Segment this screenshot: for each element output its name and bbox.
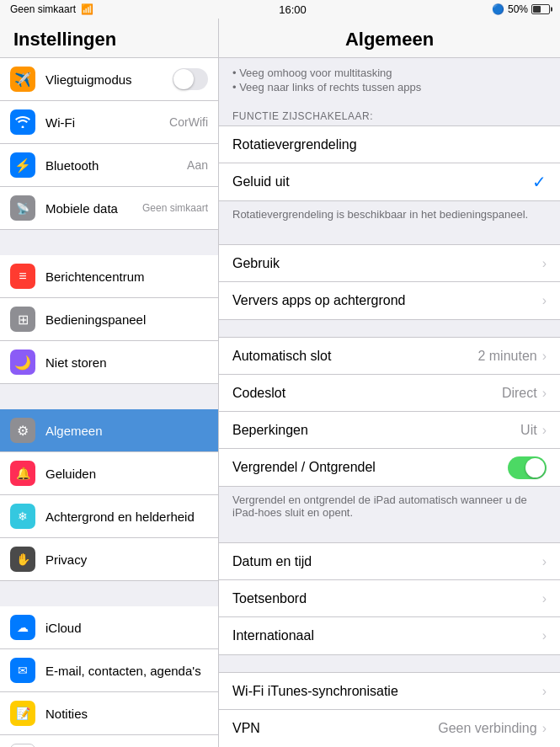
airplane-icon: ✈️ — [10, 67, 35, 92]
sidebar-item-label-icloud: iCloud — [45, 621, 208, 635]
settings-list-2: Automatisch slot 2 minuten › Codeslot Di… — [219, 337, 560, 487]
notes-icon: 📝 — [10, 701, 35, 726]
settings-list-3: Datum en tijd › Toetsenbord › Internatio… — [219, 542, 560, 655]
carrier-label: Geen simkaart — [10, 3, 76, 15]
sidebar-mobile-value: Geen simkaart — [142, 202, 208, 214]
list-row-codeslot[interactable]: Codeslot Direct › — [219, 375, 560, 412]
sidebar-item-label-notifications: Berichtencentrum — [45, 269, 208, 284]
mobile-icon: 📡 — [10, 195, 35, 221]
sidebar-wifi-value: CorWifi — [169, 115, 208, 129]
itunes-sync-label: Wi-Fi iTunes-synchronisatie — [232, 684, 542, 699]
sidebar: Instellingen ✈️ Vliegtuigmodus Wi-Fi Cor… — [0, 19, 219, 747]
sidebar-item-mail[interactable]: ✉ E-mail, contacten, agenda's — [0, 649, 218, 692]
section-gap-3 — [219, 526, 560, 542]
list-row-international[interactable]: Internationaal › — [219, 617, 560, 654]
general-icon: ⚙ — [10, 418, 35, 443]
sidebar-item-label-wifi: Wi-Fi — [45, 115, 169, 130]
sidebar-item-donotdisturb[interactable]: 🌙 Niet storen — [0, 341, 218, 384]
main-layout: Instellingen ✈️ Vliegtuigmodus Wi-Fi Cor… — [0, 19, 560, 747]
vergrendel-label: Vergrendel / Ontgrendel — [232, 460, 508, 475]
top-note: • Veeg omhoog voor multitasking • Veeg n… — [219, 58, 560, 104]
donotdisturb-icon: 🌙 — [10, 349, 35, 375]
battery-percent: 50% — [508, 3, 528, 15]
sidebar-item-controlcenter[interactable]: ⊞ Bedieningspaneel — [0, 298, 218, 341]
sidebar-item-label-sounds: Geluiden — [45, 467, 208, 481]
section-label-switch: FUNCTIE ZIJSCHAKELAAR: — [219, 104, 560, 125]
sidebar-title: Instellingen — [0, 19, 218, 58]
sidebar-item-bluetooth[interactable]: ⚡ Bluetooth Aan — [0, 144, 218, 187]
sidebar-item-icloud[interactable]: ☁ iCloud — [0, 606, 218, 649]
status-time: 16:00 — [279, 3, 307, 16]
settings-list-4: Wi-Fi iTunes-synchronisatie › VPN Geen v… — [219, 672, 560, 747]
list-row-mute[interactable]: Geluid uit ✓ — [219, 163, 560, 200]
list-row-ververs[interactable]: Ververs apps op achtergrond › — [219, 282, 560, 319]
sidebar-item-reminders[interactable]: ☰ Herinneringen — [0, 735, 218, 747]
gebruik-chevron: › — [542, 256, 547, 271]
sidebar-item-sounds[interactable]: 🔔 Geluiden — [0, 452, 218, 495]
list-row-itunes-sync[interactable]: Wi-Fi iTunes-synchronisatie › — [219, 673, 560, 710]
sidebar-item-label-controlcenter: Bedieningspaneel — [45, 312, 208, 327]
sidebar-item-general[interactable]: ⚙ Algemeen — [0, 409, 218, 452]
sidebar-item-mobile[interactable]: 📡 Mobiele data Geen simkaart — [0, 187, 218, 230]
sidebar-item-notifications[interactable]: ≡ Berichtencentrum — [0, 255, 218, 298]
section-gap-4 — [219, 655, 560, 672]
keyboard-chevron: › — [542, 591, 547, 606]
sidebar-item-label-privacy: Privacy — [45, 552, 208, 567]
vergrendel-toggle[interactable] — [508, 456, 547, 479]
notifications-icon: ≡ — [10, 264, 35, 289]
sidebar-item-label-bluetooth: Bluetooth — [45, 158, 187, 173]
sidebar-item-label-donotdisturb: Niet storen — [45, 355, 208, 370]
sidebar-item-label-wallpaper: Achtergrond en helderheid — [45, 510, 208, 524]
wifi-icon — [10, 109, 35, 135]
section-gap-1 — [219, 227, 560, 244]
ververs-label: Ververs apps op achtergrond — [232, 293, 542, 308]
list-row-rotation-lock[interactable]: Rotatievergrendeling — [219, 126, 560, 163]
rotation-note: Rotatievergrendeling is beschikbaar in h… — [219, 201, 560, 227]
list-row-keyboard[interactable]: Toetsenbord › — [219, 580, 560, 617]
list-row-gebruik[interactable]: Gebruik › — [219, 245, 560, 282]
list-row-beperkingen[interactable]: Beperkingen Uit › — [219, 412, 560, 449]
sidebar-section-apps: ☁ iCloud ✉ E-mail, contacten, agenda's 📝… — [0, 606, 218, 747]
list-row-autolock[interactable]: Automatisch slot 2 minuten › — [219, 338, 560, 375]
codeslot-chevron: › — [542, 386, 547, 401]
sidebar-divider-1 — [0, 230, 218, 255]
mute-check-icon: ✓ — [532, 172, 547, 192]
battery-icon — [531, 4, 550, 14]
bluetooth-icon: 🔵 — [492, 3, 504, 15]
sidebar-item-wallpaper[interactable]: ❄ Achtergrond en helderheid — [0, 495, 218, 538]
beperkingen-label: Beperkingen — [232, 423, 520, 438]
list-row-datetime[interactable]: Datum en tijd › — [219, 543, 560, 580]
codeslot-value: Direct — [502, 386, 537, 401]
sidebar-item-airplane[interactable]: ✈️ Vliegtuigmodus — [0, 58, 218, 101]
list-row-vergrendel[interactable]: Vergrendel / Ontgrendel — [219, 449, 560, 486]
sidebar-bluetooth-value: Aan — [187, 158, 208, 172]
beperkingen-chevron: › — [542, 423, 547, 438]
mute-label: Geluid uit — [232, 174, 532, 189]
sidebar-item-wifi[interactable]: Wi-Fi CorWifi — [0, 101, 218, 144]
itunes-sync-chevron: › — [542, 684, 547, 699]
international-label: Internationaal — [232, 628, 542, 643]
list-row-vpn[interactable]: VPN Geen verbinding › — [219, 710, 560, 747]
sidebar-item-label-general: Algemeen — [45, 424, 208, 438]
sidebar-divider-2 — [0, 384, 218, 409]
settings-list-1: Gebruik › Ververs apps op achtergrond › — [219, 244, 560, 320]
datetime-label: Datum en tijd — [232, 554, 542, 569]
sidebar-divider-3 — [0, 581, 218, 606]
airplane-toggle[interactable] — [173, 68, 208, 90]
codeslot-label: Codeslot — [232, 386, 502, 401]
rotation-lock-label: Rotatievergrendeling — [232, 137, 547, 152]
privacy-icon: ✋ — [10, 547, 35, 572]
autolock-value: 2 minuten — [477, 349, 536, 364]
vpn-value: Geen verbinding — [438, 721, 536, 736]
lock-note: Vergrendel en ontgrendel de iPad automat… — [219, 487, 560, 526]
wallpaper-icon: ❄ — [10, 504, 35, 529]
top-note-line1: • Veeg omhoog voor multitasking — [232, 67, 547, 79]
sidebar-item-label-airplane: Vliegtuigmodus — [45, 72, 173, 87]
international-chevron: › — [542, 628, 547, 643]
gebruik-label: Gebruik — [232, 256, 542, 271]
sidebar-item-privacy[interactable]: ✋ Privacy — [0, 538, 218, 581]
status-bar: Geen simkaart 📶 16:00 🔵 50% — [0, 0, 560, 19]
sidebar-item-notes[interactable]: 📝 Notities — [0, 692, 218, 735]
autolock-chevron: › — [542, 349, 547, 364]
beperkingen-value: Uit — [520, 423, 537, 438]
